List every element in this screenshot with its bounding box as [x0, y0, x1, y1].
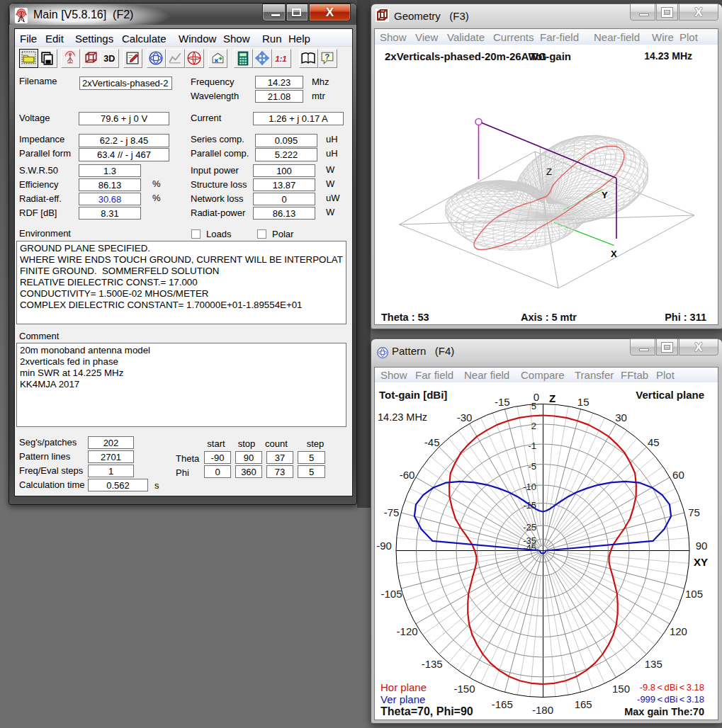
- svg-text:-60: -60: [400, 469, 415, 481]
- svg-text:-90: -90: [376, 540, 392, 552]
- svg-text:Z: Z: [546, 166, 552, 177]
- svg-text:30: 30: [615, 411, 627, 423]
- svg-text:45: 45: [648, 436, 660, 448]
- svg-text:105: 105: [685, 588, 703, 600]
- svg-text:Y: Y: [602, 190, 608, 200]
- svg-text:75: 75: [688, 506, 700, 518]
- svg-text:15: 15: [577, 396, 590, 408]
- svg-text:-135: -135: [422, 658, 443, 670]
- svg-text:-45: -45: [424, 436, 440, 448]
- svg-text:-105: -105: [380, 588, 402, 600]
- svg-text:120: 120: [670, 625, 687, 637]
- svg-text:1:1: 1:1: [275, 55, 287, 63]
- svg-text:-10: -10: [523, 482, 536, 492]
- svg-text:-30: -30: [457, 411, 473, 423]
- svg-text:-1: -1: [528, 440, 536, 451]
- svg-text:135: 135: [645, 658, 662, 670]
- svg-text:-15: -15: [495, 396, 510, 408]
- svg-text:?: ?: [325, 52, 329, 61]
- svg-text:Z: Z: [549, 392, 555, 404]
- svg-text:0: 0: [534, 391, 539, 403]
- svg-text:-165: -165: [492, 698, 513, 710]
- svg-text:-120: -120: [397, 625, 418, 637]
- svg-text:150: 150: [612, 683, 630, 695]
- svg-text:-180: -180: [532, 704, 553, 716]
- svg-text:-5: -5: [528, 461, 536, 472]
- svg-text:X: X: [611, 249, 617, 259]
- svg-text:90: 90: [696, 540, 708, 552]
- svg-text:3D: 3D: [103, 54, 115, 64]
- svg-text:-25: -25: [523, 522, 536, 533]
- svg-text:XY: XY: [694, 556, 708, 568]
- svg-text:-45: -45: [523, 542, 536, 553]
- svg-text:-75: -75: [384, 506, 400, 518]
- svg-text:2: 2: [531, 421, 536, 431]
- svg-text:60: 60: [672, 469, 684, 481]
- svg-text:-150: -150: [453, 683, 475, 695]
- svg-text:165: 165: [575, 698, 592, 710]
